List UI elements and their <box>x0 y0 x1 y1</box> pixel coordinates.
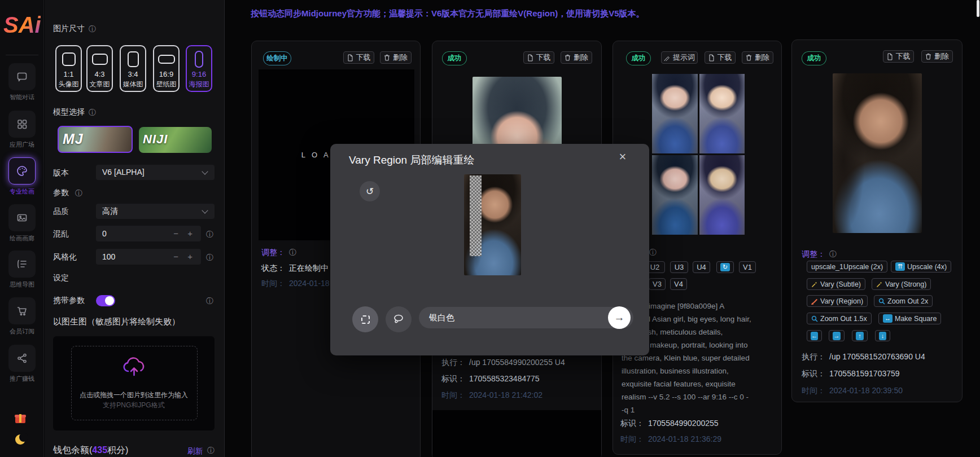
vary-subtle-button[interactable]: Vary (Subtle) <box>807 278 865 290</box>
gift-icon[interactable] <box>15 412 26 424</box>
pan-down-button[interactable]: ↓ <box>875 330 890 341</box>
quality-select[interactable]: 高清 <box>96 204 215 219</box>
rect-select-icon <box>361 315 370 324</box>
sidebar-divider <box>6 55 38 55</box>
vary-region-modal: Vary Region 局部编辑重绘 × ↺ → <box>330 144 649 355</box>
info-icon[interactable]: ⓘ <box>207 446 215 456</box>
brush-icon <box>811 298 818 305</box>
wallet-refresh-button[interactable]: 刷新 <box>187 446 203 456</box>
adjust-row: 调整：ⓘ <box>802 249 837 260</box>
cloud-upload-icon <box>121 355 147 377</box>
info-icon[interactable]: ⓘ <box>649 248 657 257</box>
upscale-u3-button[interactable]: U3 <box>670 261 688 273</box>
download-button[interactable]: 下载 <box>523 51 554 64</box>
image-upload-dropzone[interactable]: 点击或拖拽一个图片到这里作为输入 支持PNG和JPG格式 <box>53 336 215 430</box>
info-icon[interactable]: ⓘ <box>206 253 213 263</box>
palette-icon <box>8 157 36 184</box>
id-row: 标识：1705581591703759 <box>802 369 900 379</box>
sidebar-item-pro-drawing[interactable]: 专业绘画 <box>0 157 44 196</box>
vary-region-button[interactable]: Vary (Region) <box>807 295 868 307</box>
delete-button[interactable]: 删除 <box>561 51 592 64</box>
app-logo[interactable]: SAi <box>3 9 41 41</box>
download-button[interactable]: 下载 <box>705 51 736 64</box>
upscale-u4-button[interactable]: U4 <box>693 261 710 273</box>
size-option-3-4[interactable]: 3:4 媒体图 <box>120 45 146 92</box>
size-option-9-16[interactable]: 9:16 海报图 <box>186 45 212 92</box>
model-option-mj[interactable]: MJ <box>58 126 133 153</box>
info-icon[interactable]: ⓘ <box>829 250 837 258</box>
time-row: 时间：2024-01-18 2 <box>261 279 336 289</box>
sidebar-item-referral[interactable]: 推广赚钱 <box>0 345 44 383</box>
sidebar-item-apps[interactable]: 应用广场 <box>0 111 44 149</box>
plus-button[interactable]: + <box>187 249 193 265</box>
lasso-tool[interactable] <box>386 306 412 332</box>
rect-select-tool[interactable] <box>352 306 378 332</box>
grid-image-2[interactable] <box>699 74 745 153</box>
prompt-button[interactable]: 提示词 <box>661 51 698 64</box>
reroll-button[interactable]: ↻ <box>716 261 734 273</box>
upscale-2x-button[interactable]: upscale_1Upscale (2x) <box>807 261 887 273</box>
minus-button[interactable]: − <box>173 249 178 265</box>
vary-v4-button[interactable]: V4 <box>670 278 687 290</box>
zoom-out-1-5x-button[interactable]: Zoom Out 1.5x <box>807 313 872 324</box>
size-option-4-3[interactable]: 4:3 文章图 <box>86 45 113 92</box>
download-button[interactable]: 下载 <box>883 50 914 63</box>
wand-icon <box>876 281 883 288</box>
ratio-shape-icon <box>92 49 108 70</box>
info-icon[interactable]: ⓘ <box>89 24 96 34</box>
sidebar-item-label: 推广赚钱 <box>10 375 34 383</box>
zoom-out-2x-button[interactable]: Zoom Out 2x <box>874 295 933 307</box>
file-icon <box>347 54 353 61</box>
vary-v3-button[interactable]: V3 <box>649 278 666 290</box>
plus-button[interactable]: + <box>187 226 193 241</box>
info-icon[interactable]: ⓘ <box>75 188 82 199</box>
region-prompt-input[interactable] <box>419 307 598 328</box>
result-grid[interactable] <box>652 74 745 235</box>
chaos-label: 混乱 <box>53 229 69 239</box>
vary-strong-button[interactable]: Vary (Strong) <box>872 278 931 290</box>
model-section-title: 模型选择 <box>53 107 85 117</box>
minus-button[interactable]: − <box>173 226 178 241</box>
carry-params-toggle[interactable] <box>96 295 115 306</box>
file-icon <box>887 53 893 60</box>
preset-label: 设定 <box>53 273 69 283</box>
delete-button[interactable]: 删除 <box>742 51 773 64</box>
result-image[interactable] <box>833 73 922 233</box>
pan-right-button[interactable]: → <box>829 330 845 341</box>
upscale-4x-button[interactable]: ⇈Upscale (4x) <box>891 261 951 273</box>
info-icon[interactable]: ⓘ <box>89 108 96 118</box>
download-button[interactable]: 下载 <box>343 51 374 64</box>
arrow-right-icon: → <box>833 332 841 340</box>
close-icon[interactable]: × <box>615 150 630 164</box>
size-option-16-9[interactable]: 16:9 壁纸图 <box>153 45 180 92</box>
sidebar-item-gallery[interactable]: 绘画画廊 <box>0 204 44 243</box>
sidebar-item-label: 专业绘画 <box>10 187 34 196</box>
vary-v1-button[interactable]: V1 <box>739 261 756 273</box>
info-icon[interactable]: ⓘ <box>289 248 296 257</box>
sidebar-item-chat[interactable]: 智能对话 <box>0 63 44 102</box>
sidebar-item-mindmap[interactable]: 思维导图 <box>0 251 44 289</box>
submit-button[interactable]: → <box>608 306 631 329</box>
img2img-title: 以图生图（敏感图片将绘制失败） <box>53 317 180 327</box>
delete-button[interactable]: 删除 <box>380 51 412 64</box>
pan-left-button[interactable]: ← <box>807 330 822 341</box>
size-option-1-1[interactable]: 1:1 头像图 <box>55 45 82 92</box>
sidebar-item-subscription[interactable]: 会员订阅 <box>0 297 44 336</box>
delete-button[interactable]: 删除 <box>921 50 953 63</box>
model-option-niji[interactable]: NIJI <box>139 127 212 153</box>
chaos-stepper[interactable]: 0 − + <box>96 226 201 241</box>
info-icon[interactable]: ⓘ <box>206 296 213 306</box>
edit-canvas-image[interactable] <box>464 174 521 275</box>
status-badge: 成功 <box>802 51 826 65</box>
grid-image-3[interactable] <box>652 155 698 235</box>
pan-up-button[interactable]: ↑ <box>852 330 868 341</box>
dark-mode-moon-icon[interactable] <box>15 434 25 445</box>
grid-image-1[interactable] <box>652 74 698 153</box>
grid-image-4[interactable] <box>699 155 745 235</box>
make-square-button[interactable]: ↔Make Square <box>878 313 941 324</box>
scrollbar-thumb[interactable] <box>977 0 979 17</box>
undo-button[interactable]: ↺ <box>360 181 380 201</box>
stylize-stepper[interactable]: 100 − + <box>96 249 201 265</box>
version-select[interactable]: V6 [ALPHA] <box>96 165 215 180</box>
info-icon[interactable]: ⓘ <box>206 230 213 240</box>
